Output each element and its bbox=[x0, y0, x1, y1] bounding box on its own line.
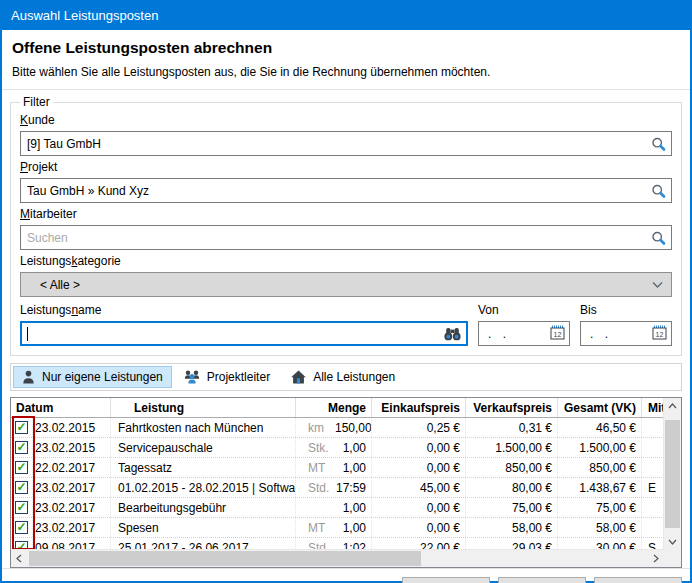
binoculars-icon[interactable] bbox=[444, 327, 461, 341]
column-header-verkaufspreis[interactable]: Verkaufspreis bbox=[466, 398, 558, 417]
leistungskategorie-label: Leistungskategorie bbox=[20, 254, 672, 268]
projekt-input[interactable] bbox=[20, 178, 672, 203]
projekt-input-field[interactable] bbox=[21, 179, 671, 202]
column-header-einkaufspreis[interactable]: Einkaufspreis bbox=[372, 398, 466, 417]
cell-mitarbeiter bbox=[642, 438, 664, 457]
table-row[interactable]: 23.02.2015 Servicepauschale Stk.1,00 0,0… bbox=[11, 438, 664, 458]
mitarbeiter-input-field[interactable] bbox=[21, 226, 671, 249]
tab-nur-eigene-leistungen[interactable]: Nur eigene Leistungen bbox=[13, 366, 172, 388]
cell-leistung: Bearbeitungsgebühr bbox=[111, 498, 296, 517]
cell-gesamt-vk: 75,00 € bbox=[558, 498, 642, 517]
abbruch-button[interactable]: Abbruch bbox=[498, 577, 586, 583]
vertical-scrollbar-thumb[interactable] bbox=[665, 420, 680, 528]
cell-menge-value: 1,00 bbox=[335, 441, 366, 455]
bis-date-input[interactable]: . . 12 bbox=[580, 321, 672, 346]
search-icon[interactable] bbox=[651, 230, 666, 245]
cell-unit: MT bbox=[308, 461, 335, 475]
kunde-input[interactable] bbox=[20, 131, 672, 156]
tab-alle-leistungen[interactable]: Alle Leistungen bbox=[282, 366, 404, 388]
leistungskategorie-select[interactable]: < Alle > bbox=[20, 272, 672, 297]
tab-projektleiter[interactable]: Projektleiter bbox=[175, 366, 279, 388]
cell-unit: Stk. bbox=[308, 441, 335, 455]
cell-verkaufspreis: 58,00 € bbox=[466, 518, 558, 537]
scroll-down-icon[interactable] bbox=[664, 534, 681, 550]
cell-einkaufspreis: 0,00 € bbox=[372, 498, 466, 517]
cell-checkbox bbox=[11, 518, 33, 537]
kunde-input-field[interactable] bbox=[21, 132, 671, 155]
row-checkbox[interactable] bbox=[15, 501, 28, 514]
dialog-window: Auswahl Leistungsposten Offene Leistungs… bbox=[0, 0, 692, 583]
hilfe-button[interactable]: Hilfe bbox=[594, 577, 682, 583]
cell-datum: 23.02.2017 bbox=[33, 478, 111, 497]
cell-einkaufspreis: 0,00 € bbox=[372, 438, 466, 457]
table-row[interactable]: 22.02.2017 Tagessatz MT1,00 0,00 € 850,0… bbox=[11, 458, 664, 478]
column-header-leistung[interactable]: Leistung bbox=[111, 398, 296, 417]
tab-label: Alle Leistungen bbox=[313, 370, 395, 384]
filter-group: Filter Kunde Projekt Mitarbeiter Leistun… bbox=[10, 95, 682, 356]
person-icon bbox=[22, 370, 35, 384]
cell-leistung: Fahrtkosten nach München bbox=[111, 418, 296, 437]
filter-legend: Filter bbox=[20, 95, 53, 109]
cell-menge: 1,00 bbox=[296, 498, 372, 517]
scroll-right-icon[interactable] bbox=[648, 550, 664, 567]
cell-einkaufspreis: 0,00 € bbox=[372, 458, 466, 477]
horizontal-scrollbar[interactable] bbox=[11, 549, 664, 567]
cell-gesamt-vk: 1.438,67 € bbox=[558, 478, 642, 497]
search-icon[interactable] bbox=[651, 183, 666, 198]
table-row[interactable]: 23.02.2015 Fahrtkosten nach München km15… bbox=[11, 418, 664, 438]
cell-datum: 23.02.2017 bbox=[33, 518, 111, 537]
cell-checkbox bbox=[11, 418, 33, 437]
leistungsname-input[interactable] bbox=[20, 321, 468, 346]
row-checkbox[interactable] bbox=[15, 521, 28, 534]
leistungsname-input-field[interactable] bbox=[28, 323, 466, 344]
leistungsname-label: Leistungsname bbox=[20, 303, 468, 317]
column-header-gesamt-vk[interactable]: Gesamt (VK) bbox=[558, 398, 642, 417]
table-row[interactable]: 23.02.2017 Bearbeitungsgebühr 1,00 0,00 … bbox=[11, 498, 664, 518]
calendar-icon[interactable]: 12 bbox=[550, 325, 565, 343]
page-subtitle: Bitte wählen Sie alle Leistungsposten au… bbox=[12, 65, 680, 79]
von-label: Von bbox=[478, 303, 570, 317]
tab-bar: Nur eigene Leistungen Projektleiter Alle… bbox=[10, 363, 682, 391]
row-checkbox[interactable] bbox=[15, 481, 28, 494]
row-checkbox[interactable] bbox=[15, 421, 28, 434]
row-checkbox[interactable] bbox=[15, 441, 28, 454]
cell-menge-value: 17:59 bbox=[335, 481, 366, 495]
cell-datum: 22.02.2017 bbox=[33, 458, 111, 477]
table-row[interactable]: 23.02.2017 01.02.2015 - 28.02.2015 | Sof… bbox=[11, 478, 664, 498]
von-date-input[interactable]: . . 12 bbox=[478, 321, 570, 346]
cell-menge-value: 1,00 bbox=[335, 521, 366, 535]
column-header-datum[interactable]: Datum bbox=[11, 398, 111, 417]
home-icon bbox=[291, 370, 306, 384]
column-header-menge[interactable]: Menge bbox=[296, 398, 372, 417]
cell-leistung: 01.02.2015 - 28.02.2015 | Software... bbox=[111, 478, 296, 497]
calendar-icon[interactable]: 12 bbox=[652, 325, 667, 343]
cell-unit: km bbox=[308, 421, 335, 435]
svg-text:12: 12 bbox=[656, 331, 664, 338]
cell-gesamt-vk: 46,50 € bbox=[558, 418, 642, 437]
row-checkbox[interactable] bbox=[15, 461, 28, 474]
cell-checkbox bbox=[11, 438, 33, 457]
vertical-scrollbar[interactable] bbox=[663, 398, 681, 550]
search-icon[interactable] bbox=[651, 136, 666, 151]
titlebar[interactable]: Auswahl Leistungsposten bbox=[2, 0, 690, 30]
ok-button[interactable]: Ok bbox=[402, 577, 490, 583]
scroll-up-icon[interactable] bbox=[664, 398, 681, 414]
horizontal-scrollbar-thumb[interactable] bbox=[29, 551, 421, 566]
mitarbeiter-label: Mitarbeiter bbox=[20, 207, 672, 221]
cell-datum: 23.02.2015 bbox=[33, 418, 111, 437]
von-date-value: . . bbox=[488, 327, 510, 341]
projekt-label: Projekt bbox=[20, 160, 672, 174]
cell-verkaufspreis: 0,31 € bbox=[466, 418, 558, 437]
cell-verkaufspreis: 80,00 € bbox=[466, 478, 558, 497]
cell-verkaufspreis: 1.500,00 € bbox=[466, 438, 558, 457]
mitarbeiter-input[interactable] bbox=[20, 225, 672, 250]
table-header: Datum Leistung Menge Einkaufspreis Verka… bbox=[11, 398, 664, 418]
table-row[interactable]: 23.02.2017 Spesen MT1,00 0,00 € 58,00 € … bbox=[11, 518, 664, 538]
scroll-left-icon[interactable] bbox=[11, 550, 27, 567]
cell-einkaufspreis: 45,00 € bbox=[372, 478, 466, 497]
tab-label: Projektleiter bbox=[207, 370, 270, 384]
cell-einkaufspreis: 0,25 € bbox=[372, 418, 466, 437]
svg-text:12: 12 bbox=[554, 331, 562, 338]
column-header-mitarbeiter[interactable]: Mita bbox=[642, 398, 664, 417]
table-body: 23.02.2015 Fahrtkosten nach München km15… bbox=[11, 418, 664, 558]
